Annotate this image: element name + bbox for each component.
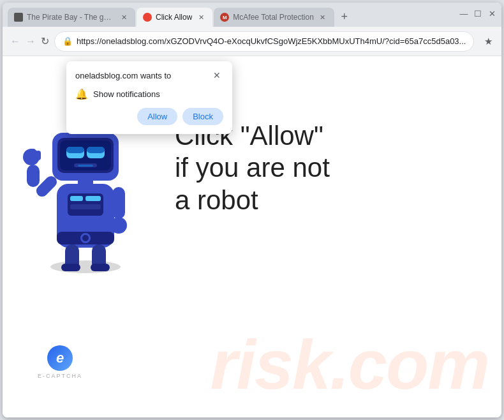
ecaptcha-logo-area: e E-CAPTCHA [38,345,82,379]
address-text: https://oneladsblog.com/xGZODVrvQ4O-eXoc… [77,36,466,46]
window-controls: — ☐ ✕ [459,9,496,18]
svg-rect-10 [70,196,83,201]
svg-rect-36 [91,264,110,271]
notification-popup: oneladsblog.com wants to ✕ 🔔 Show notifi… [66,61,232,134]
tab-pirate-close[interactable]: ✕ [119,12,129,22]
page-content: risk.com [3,56,501,417]
svg-point-8 [82,235,89,241]
bookmark-button[interactable]: ★ [479,33,497,50]
minimize-button[interactable]: — [459,9,468,18]
svg-rect-28 [25,151,30,161]
pirate-favicon-icon [14,13,23,22]
popup-title: oneladsblog.com wants to [75,71,171,80]
title-bar: The Pirate Bay - The galaxy's m... ✕ Cli… [3,3,501,27]
svg-rect-19 [66,147,84,153]
tab-clickallow-title: Click Allow [156,13,192,22]
svg-rect-34 [61,264,80,271]
popup-buttons: Allow Block [75,108,223,125]
new-tab-button[interactable]: + [336,8,353,26]
tab-pirate-title: The Pirate Bay - The galaxy's m... [27,13,115,22]
maximize-button[interactable]: ☐ [473,9,482,18]
nav-icons-right: ★ 👤 ⋮ [479,33,501,50]
svg-point-4 [50,260,121,273]
main-text-line2: if you are not [175,152,330,184]
browser-window: The Pirate Bay - The galaxy's m... ✕ Cli… [3,3,501,417]
lock-icon: 🔒 [63,36,73,46]
refresh-button[interactable]: ↻ [41,33,49,50]
clickallow-favicon-icon [143,13,152,22]
popup-header: oneladsblog.com wants to ✕ [75,69,223,82]
svg-point-32 [110,217,127,234]
popup-close-button[interactable]: ✕ [211,69,223,82]
tab-clickallow-close[interactable]: ✕ [196,12,206,22]
tab-mcafee-title: McAfee Total Protection [233,13,314,22]
tab-bar: The Pirate Bay - The galaxy's m... ✕ Cli… [8,3,452,27]
tab-mcafee-close[interactable]: ✕ [318,12,328,22]
watermark: risk.com [211,324,489,405]
nav-bar: ← → ↻ 🔒 https://oneladsblog.com/xGZODVrv… [3,27,501,56]
extensions-button[interactable] [500,33,501,50]
tab-mcafee[interactable]: M McAfee Total Protection ✕ [214,8,334,27]
tab-pirate[interactable]: The Pirate Bay - The galaxy's m... ✕ [8,8,135,27]
popup-notification-row: 🔔 Show notifications [75,88,223,100]
bell-icon: 🔔 [75,88,88,100]
mcafee-favicon-icon: M [220,13,229,22]
address-bar[interactable]: 🔒 https://oneladsblog.com/xGZODVrvQ4O-eX… [54,31,474,52]
svg-rect-26 [27,165,40,187]
svg-rect-30 [36,151,41,160]
block-button[interactable]: Block [182,108,223,125]
svg-rect-31 [112,187,125,219]
svg-rect-29 [31,149,36,160]
svg-rect-11 [85,196,101,201]
tab-clickallow[interactable]: Click Allow ✕ [137,8,212,27]
notification-text: Show notifications [93,89,160,99]
ecaptcha-logo-icon: e [47,345,73,371]
main-text-line3: a robot [175,184,330,216]
close-button[interactable]: ✕ [487,9,496,18]
forward-button[interactable]: → [26,33,36,50]
allow-button[interactable]: Allow [137,108,177,125]
svg-rect-12 [70,204,101,209]
svg-rect-20 [87,147,105,153]
back-button[interactable]: ← [10,33,20,50]
svg-rect-22 [78,165,93,167]
main-text: Click "Allow" if you are not a robot [175,120,330,216]
ecaptcha-label: E-CAPTCHA [38,373,82,379]
